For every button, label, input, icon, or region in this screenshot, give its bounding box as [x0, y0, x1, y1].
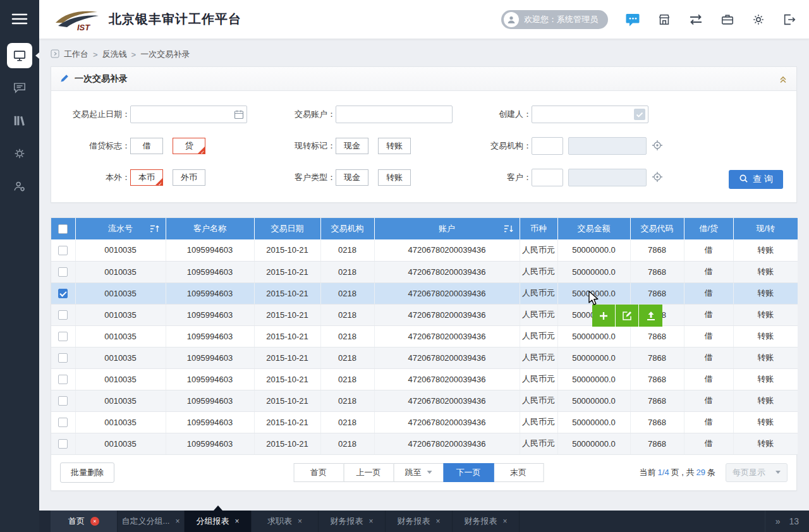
tab-overflow-icon[interactable]: »: [776, 516, 781, 526]
table-row[interactable]: 001003510959946032015-10-210218472067802…: [51, 239, 798, 261]
per-page-select[interactable]: 每页显示: [726, 463, 788, 482]
org-code-input[interactable]: [532, 137, 563, 155]
search-button[interactable]: 查 询: [729, 170, 783, 189]
column-header[interactable]: 账户: [374, 218, 520, 239]
table-cell: 2015-10-21: [254, 282, 320, 304]
row-checkbox[interactable]: [58, 439, 68, 449]
tab-close-icon[interactable]: ×: [90, 517, 99, 526]
table-row[interactable]: 001003510959946032015-10-210218472067802…: [51, 325, 798, 347]
table-row[interactable]: 001003510959946032015-10-210218472067802…: [51, 411, 798, 433]
target-icon[interactable]: [652, 171, 663, 184]
sidebar-item-users[interactable]: [0, 171, 39, 203]
bottom-tab[interactable]: 自定义分组...×: [118, 511, 185, 532]
table-row[interactable]: 001003510959946032015-10-210218472067802…: [51, 390, 798, 411]
row-checkbox[interactable]: [58, 375, 68, 384]
table-cell: 2015-10-21: [254, 304, 320, 325]
sidebar-item-messages[interactable]: [0, 72, 39, 105]
add-icon[interactable]: [592, 305, 616, 327]
target-icon[interactable]: [652, 140, 663, 153]
tab-close-icon[interactable]: ×: [298, 517, 302, 525]
row-checkbox[interactable]: [58, 310, 68, 320]
table-row[interactable]: 001003510959946032015-10-210218472067802…: [51, 282, 798, 304]
table-cell: 1095994603: [166, 368, 254, 390]
column-header[interactable]: 交易机构: [320, 218, 374, 239]
main-content: 工作台 > 反洗钱 > 一次交易补录 一次交易补录 交易起止日期：: [39, 39, 809, 511]
upload-icon[interactable]: [639, 305, 662, 327]
account-input[interactable]: [336, 106, 453, 123]
message-icon[interactable]: [625, 13, 640, 27]
settings-icon[interactable]: [751, 13, 765, 27]
filter-form: 交易起止日期： 交易账户： 创建人：: [51, 91, 796, 202]
column-header[interactable]: 流水号: [75, 218, 166, 239]
row-checkbox[interactable]: [58, 418, 68, 427]
filter-panel: 一次交易补录 交易起止日期：: [51, 66, 797, 203]
transfer-toggle[interactable]: 转账: [378, 138, 411, 154]
column-header[interactable]: 交易金额: [557, 218, 630, 239]
sidebar-item-library[interactable]: [0, 105, 39, 138]
sidebar-item-settings[interactable]: [0, 138, 39, 171]
tab-close-icon[interactable]: ×: [234, 517, 239, 525]
tab-close-icon[interactable]: ×: [435, 517, 440, 525]
table-row[interactable]: 001003510959946032015-10-210218472067802…: [51, 433, 798, 454]
tab-close-icon[interactable]: ×: [368, 517, 373, 525]
bottom-tab[interactable]: 财务报表×: [453, 511, 520, 532]
check-square-icon[interactable]: [634, 109, 645, 120]
column-header[interactable]: 币种: [520, 218, 557, 239]
collapse-icon[interactable]: [779, 75, 788, 83]
row-checkbox[interactable]: [58, 353, 68, 363]
briefcase-icon[interactable]: [721, 13, 734, 27]
column-header[interactable]: 现/转: [733, 218, 798, 239]
tab-close-icon[interactable]: ×: [175, 517, 179, 525]
bottom-tab[interactable]: 首页×: [51, 511, 118, 532]
table-cell: 2015-10-21: [254, 411, 320, 433]
edit-icon[interactable]: [616, 305, 639, 327]
user-welcome-badge[interactable]: 欢迎您：系统管理员: [501, 10, 608, 29]
calendar-icon[interactable]: [234, 109, 244, 119]
column-header[interactable]: 客户名称: [166, 218, 254, 239]
table-row[interactable]: 001003510959946032015-10-210218472067802…: [51, 347, 798, 368]
foreign-currency-toggle[interactable]: 外币: [173, 169, 205, 186]
date-range-input[interactable]: [130, 106, 247, 123]
row-checkbox[interactable]: [58, 267, 68, 277]
sort-asc-icon[interactable]: [150, 224, 160, 235]
logout-icon[interactable]: [782, 13, 796, 27]
customer-transfer-toggle[interactable]: 转账: [378, 169, 411, 186]
row-checkbox[interactable]: [58, 396, 68, 406]
local-currency-toggle[interactable]: 本币: [130, 169, 163, 186]
sort-desc-icon[interactable]: [504, 224, 514, 235]
table-cell: 转账: [733, 390, 798, 411]
column-header[interactable]: 交易日期: [254, 218, 320, 239]
bottom-tab[interactable]: 财务报表×: [386, 511, 453, 532]
last-page-button[interactable]: 末页: [493, 463, 544, 482]
table-row[interactable]: 001003510959946032015-10-210218472067802…: [51, 368, 798, 390]
bottom-tab[interactable]: 求职表×: [252, 511, 319, 532]
bottom-tab[interactable]: 财务报表×: [319, 511, 386, 532]
column-header[interactable]: 借/贷: [684, 218, 733, 239]
row-checkbox[interactable]: [58, 246, 68, 255]
swap-icon[interactable]: [688, 13, 703, 26]
creator-input[interactable]: [532, 106, 648, 123]
batch-delete-button[interactable]: 批量删除: [60, 462, 114, 483]
customer-code-input[interactable]: [532, 169, 563, 186]
tab-close-icon[interactable]: ×: [502, 517, 507, 525]
breadcrumb-item[interactable]: 工作台: [64, 49, 88, 60]
debit-toggle[interactable]: 借: [130, 138, 163, 154]
prev-page-button[interactable]: 上一页: [343, 463, 394, 482]
store-icon[interactable]: [657, 13, 671, 27]
row-checkbox[interactable]: [58, 332, 68, 341]
first-page-button[interactable]: 首页: [293, 463, 344, 482]
table-row[interactable]: 001003510959946032015-10-210218472067802…: [51, 261, 798, 282]
breadcrumb-item[interactable]: 反洗钱: [102, 49, 127, 60]
column-header[interactable]: 交易代码: [630, 218, 684, 239]
customer-cash-toggle[interactable]: 现金: [336, 169, 368, 186]
jump-page-select[interactable]: 跳至: [393, 463, 444, 482]
table-row[interactable]: 001003510959946032015-10-210218472067802…: [51, 304, 798, 325]
cash-toggle[interactable]: 现金: [336, 138, 368, 154]
select-all-checkbox[interactable]: [58, 224, 68, 234]
row-checkbox[interactable]: [58, 289, 68, 298]
credit-toggle[interactable]: 贷: [173, 138, 205, 154]
menu-toggle-button[interactable]: [0, 0, 39, 39]
sidebar-item-workspace[interactable]: [0, 39, 39, 72]
next-page-button[interactable]: 下一页: [443, 463, 494, 482]
bottom-tab[interactable]: 分组报表×: [185, 511, 252, 532]
